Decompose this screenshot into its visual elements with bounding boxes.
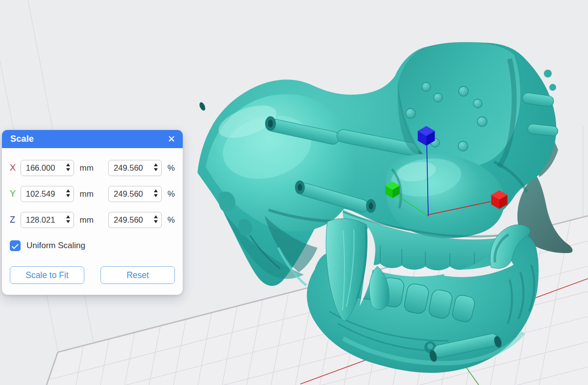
chin-divot-inner: [427, 343, 433, 349]
z-percent-spinbox: [108, 212, 162, 228]
x-mm-unit: mm: [80, 163, 98, 173]
uniform-scaling-row: Uniform Scaling: [10, 240, 175, 251]
scale-dialog-body: X mm % Y mm %: [2, 148, 183, 295]
z-mm-unit: mm: [80, 215, 98, 225]
close-icon[interactable]: ✕: [168, 134, 175, 144]
spinner-down-icon[interactable]: [66, 168, 70, 171]
x-scale-handle[interactable]: [490, 190, 509, 209]
scale-row-x: X mm %: [10, 160, 175, 176]
scale-row-z: Z mm %: [10, 212, 175, 228]
spinner-up-icon[interactable]: [154, 163, 158, 166]
spinner-up-icon[interactable]: [66, 215, 70, 218]
uniform-scaling-checkbox[interactable]: [10, 240, 21, 251]
scale-to-fit-button[interactable]: Scale to Fit: [10, 266, 84, 284]
y-percent-spinbox: [108, 186, 162, 202]
spinner-up-icon[interactable]: [66, 163, 70, 166]
dialog-title: Scale: [10, 134, 34, 144]
x-percent-unit: %: [168, 163, 175, 173]
x-mm-spinbox: [21, 160, 74, 176]
scale-dialog-titlebar[interactable]: Scale ✕: [2, 130, 183, 148]
spinner-down-icon[interactable]: [66, 220, 70, 223]
dialog-buttons: Scale to Fit Reset: [10, 266, 175, 284]
y-scale-handle[interactable]: [383, 180, 402, 200]
axis-y-label: Y: [10, 189, 21, 199]
uniform-scaling-label: Uniform Scaling: [26, 241, 85, 251]
axis-z-label: Z: [10, 215, 21, 225]
spinner-down-icon[interactable]: [66, 194, 70, 197]
scale-row-y: Y mm %: [10, 186, 175, 202]
y-mm-unit: mm: [80, 189, 98, 199]
scale-dialog: Scale ✕ X mm % Y mm: [2, 130, 183, 295]
y-mm-spinbox: [21, 186, 74, 202]
spinner-up-icon[interactable]: [154, 189, 158, 192]
spinner-down-icon[interactable]: [154, 194, 158, 197]
checkmark-icon: [11, 242, 18, 249]
spinner-down-icon[interactable]: [154, 220, 158, 223]
axis-x-label: X: [10, 163, 21, 173]
reset-button[interactable]: Reset: [100, 266, 175, 284]
z-percent-unit: %: [168, 215, 175, 225]
y-percent-unit: %: [168, 189, 175, 199]
z-scale-handle[interactable]: [416, 126, 436, 146]
z-mm-spinbox: [21, 212, 74, 228]
spinner-up-icon[interactable]: [154, 215, 158, 218]
spinner-up-icon[interactable]: [66, 189, 70, 192]
x-percent-spinbox: [108, 160, 162, 176]
spinner-down-icon[interactable]: [154, 168, 158, 171]
